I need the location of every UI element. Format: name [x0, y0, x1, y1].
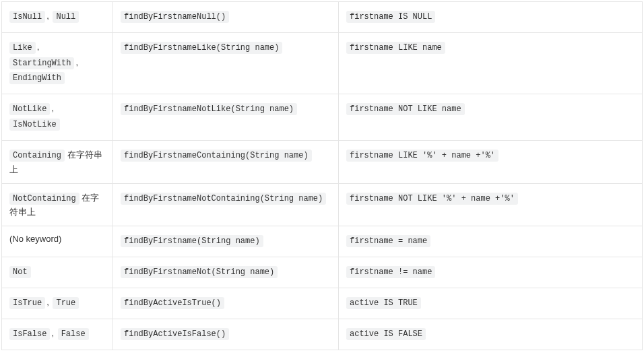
sample-cell: findByFirstnameNotLike(String name): [113, 94, 339, 141]
keyword-code: NotContaining: [9, 193, 79, 205]
keyword-cell: Like, StartingWith, EndingWith: [2, 32, 113, 94]
keyword-cell: IsTrue, True: [2, 288, 113, 319]
snippet-cell: firstname NOT LIKE '%' + name +'%': [339, 183, 643, 226]
table-row: Like, StartingWith, EndingWithfindByFirs…: [2, 32, 643, 94]
snippet-code: firstname LIKE '%' + name +'%': [346, 150, 498, 162]
keyword-code: StartingWith: [9, 57, 74, 69]
keyword-code: IsNull: [9, 11, 45, 23]
sample-code: findByActiveIsFalse(): [121, 328, 229, 340]
keyword-code: Like: [9, 42, 36, 54]
keyword-code: Null: [53, 11, 79, 23]
keyword-cell: Containing 在字符串上: [2, 140, 113, 183]
keyword-code: Not: [9, 266, 31, 278]
keyword-cell: Not: [2, 257, 113, 288]
keyword-separator: ,: [51, 103, 54, 113]
keyword-cell: (No keyword): [2, 226, 113, 257]
sample-code: findByActiveIsTrue(): [121, 297, 224, 309]
keyword-cell: IsNull, Null: [2, 2, 113, 33]
table-row: IsNull, NullfindByFirstnameNull()firstna…: [2, 2, 643, 33]
snippet-cell: firstname LIKE name: [339, 32, 643, 94]
sample-cell: findByFirstname(String name): [113, 226, 339, 257]
snippet-cell: firstname = name: [339, 226, 643, 257]
sample-cell: findByActiveIsTrue(): [113, 288, 339, 319]
snippet-code: firstname IS NULL: [346, 11, 435, 23]
keyword-code: EndingWith: [9, 72, 65, 84]
keyword-separator: ,: [46, 297, 51, 307]
sample-code: findByFirstnameContaining(String name): [121, 150, 312, 162]
keyword-code: Containing: [9, 150, 65, 162]
keyword-plain: (No keyword): [9, 234, 61, 244]
table-row: NotfindByFirstnameNot(String name)firstn…: [2, 257, 643, 288]
sample-cell: findByActiveIsFalse(): [113, 319, 339, 350]
table-row: Containing 在字符串上findByFirstnameContainin…: [2, 140, 643, 183]
snippet-code: firstname LIKE name: [346, 42, 445, 54]
keyword-cell: NotContaining 在字符串上: [2, 183, 113, 226]
snippet-cell: active IS TRUE: [339, 288, 643, 319]
snippet-cell: firstname LIKE '%' + name +'%': [339, 140, 643, 183]
keyword-cell: NotLike, IsNotLike: [2, 94, 113, 141]
keyword-code: NotLike: [9, 103, 50, 115]
table-row: NotContaining 在字符串上findByFirstnameNotCon…: [2, 183, 643, 226]
keyword-separator: ,: [75, 57, 78, 67]
snippet-code: firstname = name: [346, 235, 430, 247]
sample-code: findByFirstnameNotLike(String name): [121, 103, 297, 115]
sample-code: findByFirstnameLike(String name): [121, 42, 282, 54]
sample-cell: findByFirstnameNotContaining(String name…: [113, 183, 339, 226]
snippet-cell: firstname NOT LIKE name: [339, 94, 643, 141]
snippet-code: firstname NOT LIKE name: [346, 103, 465, 115]
sample-code: findByFirstnameNotContaining(String name…: [121, 193, 326, 205]
sample-code: findByFirstnameNot(String name): [121, 266, 278, 278]
keyword-separator: ,: [46, 11, 51, 21]
keyword-code: True: [53, 297, 79, 309]
keyword-mapping-table: IsNull, NullfindByFirstnameNull()firstna…: [1, 1, 643, 350]
keyword-cell: IsFalse, False: [2, 319, 113, 350]
table-body: IsNull, NullfindByFirstnameNull()firstna…: [2, 2, 643, 350]
snippet-code: active IS FALSE: [346, 328, 426, 340]
sample-cell: findByFirstnameNot(String name): [113, 257, 339, 288]
snippet-cell: firstname IS NULL: [339, 2, 643, 33]
snippet-code: firstname NOT LIKE '%' + name +'%': [346, 193, 518, 205]
sample-code: findByFirstname(String name): [121, 235, 263, 247]
snippet-cell: firstname != name: [339, 257, 643, 288]
snippet-code: active IS TRUE: [346, 297, 421, 309]
keyword-code: False: [58, 328, 89, 340]
table-row: IsFalse, FalsefindByActiveIsFalse()activ…: [2, 319, 643, 350]
table-row: NotLike, IsNotLikefindByFirstnameNotLike…: [2, 94, 643, 141]
sample-cell: findByFirstnameNull(): [113, 2, 339, 33]
keyword-code: IsFalse: [9, 328, 50, 340]
keyword-separator: ,: [51, 328, 56, 338]
keyword-code: IsNotLike: [9, 119, 60, 131]
keyword-code: IsTrue: [9, 297, 45, 309]
snippet-cell: active IS FALSE: [339, 319, 643, 350]
table-row: (No keyword)findByFirstname(String name)…: [2, 226, 643, 257]
snippet-code: firstname != name: [346, 266, 435, 278]
table-row: IsTrue, TruefindByActiveIsTrue()active I…: [2, 288, 643, 319]
sample-code: findByFirstnameNull(): [121, 11, 229, 23]
keyword-separator: ,: [37, 42, 40, 52]
sample-cell: findByFirstnameContaining(String name): [113, 140, 339, 183]
sample-cell: findByFirstnameLike(String name): [113, 32, 339, 94]
